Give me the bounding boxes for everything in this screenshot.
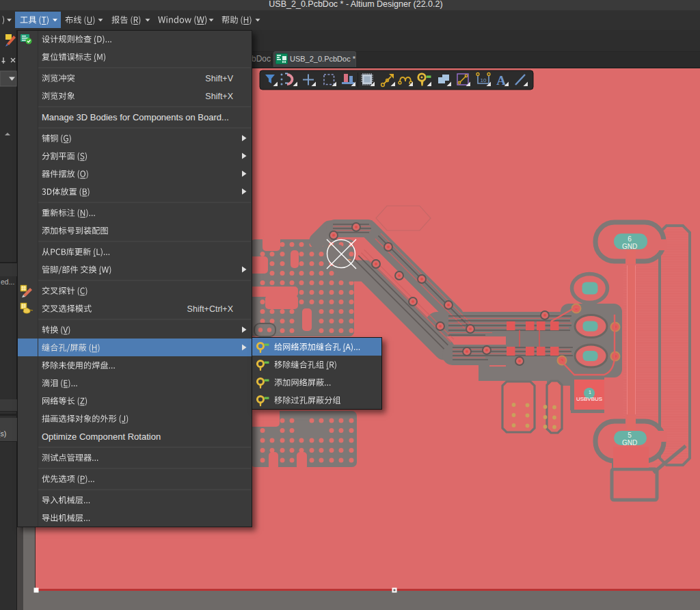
- svg-text:6: 6: [628, 235, 632, 243]
- svg-text:GND: GND: [622, 243, 637, 250]
- svg-text:Manage 3D Bodies for Component: Manage 3D Bodies for Components on Board…: [42, 112, 229, 122]
- svg-text:1: 1: [589, 390, 591, 395]
- svg-text:Shift+Ctrl+X: Shift+Ctrl+X: [187, 304, 234, 314]
- svg-text:10: 10: [481, 77, 487, 83]
- svg-text:GND: GND: [622, 439, 637, 447]
- svg-text:Optimize Component Rotation: Optimize Component Rotation: [42, 432, 161, 442]
- svg-text:A: A: [496, 73, 506, 88]
- svg-text:USBVBUS: USBVBUS: [576, 396, 602, 402]
- svg-text:Shift+X: Shift+X: [205, 92, 233, 101]
- svg-text:5: 5: [628, 432, 632, 439]
- svg-text:Shift+V: Shift+V: [205, 74, 233, 83]
